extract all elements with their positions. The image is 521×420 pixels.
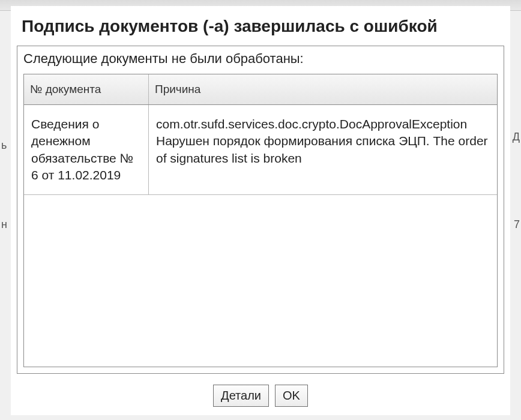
error-dialog: Подпись документов (-а) завершилась с ош… (11, 6, 510, 415)
details-button[interactable]: Детали (213, 385, 269, 407)
bg-text-fragment: н (1, 218, 7, 231)
bg-text-fragment: 7 (514, 218, 520, 231)
bg-text-fragment: ь (1, 139, 7, 152)
table-header-row: № документа Причина (24, 74, 497, 105)
error-table: № документа Причина Сведения о денежном … (23, 74, 498, 367)
cell-document: Сведения о денежном обязательстве № 6 от… (24, 105, 149, 194)
column-header-reason[interactable]: Причина (149, 74, 497, 104)
table-body[interactable]: Сведения о денежном обязательстве № 6 от… (24, 105, 497, 367)
ok-button[interactable]: OK (275, 385, 308, 407)
dialog-message: Следующие документы не были обработаны: (17, 46, 504, 74)
dialog-title: Подпись документов (-а) завершилась с ош… (11, 6, 510, 46)
table-row[interactable]: Сведения о денежном обязательстве № 6 от… (24, 105, 497, 195)
dialog-button-bar: Детали OK (11, 379, 510, 415)
dialog-body: Следующие документы не были обработаны: … (17, 46, 504, 374)
bg-text-fragment: Д (513, 131, 520, 143)
column-header-document[interactable]: № документа (24, 74, 149, 104)
cell-reason: com.otr.sufd.services.doc.crypto.DocAppr… (149, 105, 497, 194)
